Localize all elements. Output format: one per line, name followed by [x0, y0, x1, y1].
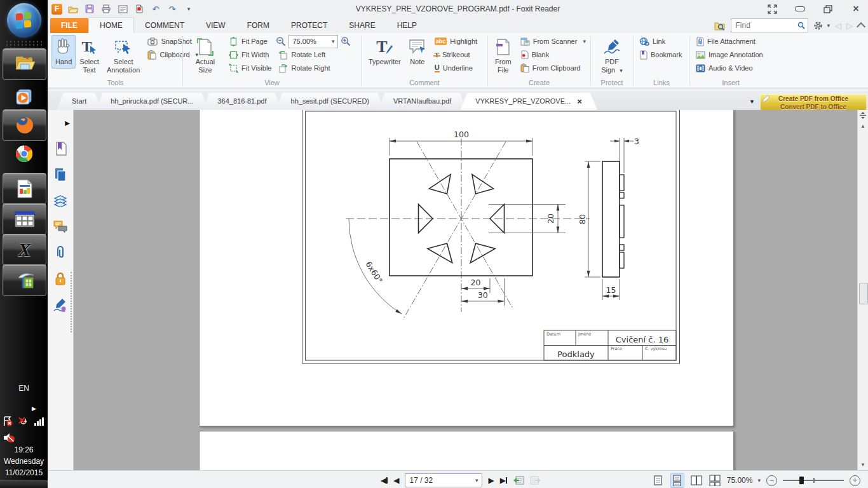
taskbar-x-app-button[interactable]: X: [3, 234, 46, 266]
hand-tool-button[interactable]: Hand: [51, 35, 76, 69]
start-button[interactable]: [7, 3, 41, 37]
continuous-facing-view-button[interactable]: [709, 473, 721, 487]
first-page-button[interactable]: ◀: [381, 476, 388, 485]
zoom-out-icon[interactable]: [276, 36, 286, 46]
tab-overflow-button[interactable]: ▼: [749, 98, 755, 105]
clock-day[interactable]: Wednesday: [0, 457, 48, 466]
hidden-icons-button[interactable]: ▶: [32, 405, 36, 412]
rotate-right-button[interactable]: Rotate Right: [276, 62, 351, 74]
taskbar-mediaplayer-button[interactable]: [3, 81, 45, 112]
doc-tab-364-816[interactable]: 364_816-81.pdf: [202, 93, 281, 110]
attachments-panel-button[interactable]: [53, 245, 68, 261]
previous-view-button[interactable]: [513, 475, 524, 485]
next-view-button[interactable]: [530, 475, 541, 485]
taskbar-firefox-button[interactable]: [3, 109, 46, 141]
actual-size-button[interactable]: Actual Size: [186, 35, 224, 76]
audio-video-button[interactable]: Audio & Video: [693, 62, 766, 74]
tab-form[interactable]: FORM: [236, 18, 280, 33]
status-zoom-combo[interactable]: 75.00% ▾: [727, 476, 761, 485]
split-view-handle[interactable]: [858, 111, 867, 119]
scroll-up-button[interactable]: ▲: [858, 121, 868, 131]
clock-time[interactable]: 19:26: [0, 445, 48, 454]
bookmark-button[interactable]: Bookmark: [637, 48, 685, 61]
show-desktop-button[interactable]: [0, 480, 48, 488]
next-page-button[interactable]: ▶: [488, 476, 494, 485]
taskbar-program-button[interactable]: [3, 173, 46, 205]
tab-comment[interactable]: COMMENT: [134, 18, 195, 33]
find-input[interactable]: [734, 20, 797, 30]
doc-tab-hh-prirucka[interactable]: hh_prirucka.pdf (SECUR...: [95, 93, 208, 110]
taskbar-chrome-button[interactable]: [3, 139, 45, 169]
fullscreen-button[interactable]: [765, 3, 779, 15]
tab-view[interactable]: VIEW: [195, 18, 236, 33]
email-button[interactable]: [117, 3, 128, 15]
page-number-combo[interactable]: 17 / 32 ▾: [405, 473, 482, 487]
expand-panel-button[interactable]: ▶: [51, 115, 70, 130]
blank-button[interactable]: Blank: [518, 48, 588, 61]
close-button[interactable]: ×: [849, 3, 863, 15]
taskbar-grid-app-button[interactable]: [3, 203, 46, 235]
customize-qat-button[interactable]: ▾: [183, 3, 194, 15]
note-button[interactable]: Note: [405, 35, 430, 69]
new-document-button[interactable]: [133, 3, 145, 15]
vertical-scrollbar[interactable]: ▲ ▼: [857, 110, 868, 470]
doc-tab-vykresy-active[interactable]: VYKRESY_PRE_VZOROVE... ×: [460, 93, 597, 110]
open-file-button[interactable]: [67, 3, 79, 15]
strikeout-button[interactable]: T Strikeout: [432, 48, 480, 61]
print-button[interactable]: [100, 3, 112, 15]
pdf-sign-button[interactable]: PDF Sign ▾: [594, 35, 630, 76]
tab-home[interactable]: HOME: [88, 17, 134, 33]
taskbar-explorer-button[interactable]: [3, 48, 46, 80]
image-annotation-button[interactable]: Image Annotation: [693, 48, 766, 61]
panel-resize-grip[interactable]: [71, 272, 72, 332]
power-status-icon[interactable]: [18, 416, 29, 426]
typewriter-button[interactable]: T Typewriter: [365, 35, 405, 69]
zoom-slider-thumb[interactable]: [799, 477, 804, 484]
language-indicator[interactable]: EN: [0, 384, 48, 393]
pages-panel-button[interactable]: [53, 167, 68, 182]
from-clipboard-button[interactable]: From Clipboard: [518, 62, 588, 74]
doc-tab-vrtani[interactable]: VRTANIaufbau.pdf: [378, 93, 466, 110]
bookmarks-panel-button[interactable]: [53, 141, 68, 156]
highlight-button[interactable]: abc Highlight: [432, 35, 480, 48]
signature-panel-button[interactable]: [53, 297, 68, 313]
redo-button[interactable]: ↷: [166, 3, 178, 15]
tab-file[interactable]: FILE: [50, 18, 88, 33]
taskbar-home-app-button[interactable]: [3, 264, 46, 296]
zoom-slider[interactable]: [783, 476, 844, 485]
foxit-logo-icon[interactable]: F: [51, 4, 62, 15]
tab-protect[interactable]: PROTECT: [280, 18, 338, 33]
restore-button[interactable]: [821, 3, 835, 15]
zoom-out-button[interactable]: −: [766, 475, 777, 486]
underline-button[interactable]: U Underline: [432, 62, 480, 74]
zoom-level-combo[interactable]: 75.00% ▾: [288, 35, 338, 48]
single-page-view-button[interactable]: [652, 473, 665, 487]
from-scanner-button[interactable]: From Scanner ▾: [518, 35, 588, 48]
select-text-button[interactable]: T Select Text: [76, 35, 103, 76]
select-annotation-button[interactable]: Select Annotation: [103, 35, 144, 76]
tab-share[interactable]: SHARE: [338, 18, 386, 33]
last-page-button[interactable]: ▶: [500, 476, 507, 485]
zoom-in-icon[interactable]: [341, 36, 351, 46]
find-previous-button[interactable]: ◁: [835, 21, 841, 30]
undo-button[interactable]: ↶: [150, 3, 161, 15]
facing-view-button[interactable]: [690, 473, 703, 487]
find-options-button[interactable]: ▾: [813, 21, 830, 30]
doc-tab-start[interactable]: Start: [57, 93, 102, 110]
comments-panel-button[interactable]: [53, 219, 68, 234]
action-center-icon[interactable]: [3, 416, 13, 426]
continuous-view-button[interactable]: [670, 473, 684, 488]
page-canvas[interactable]: 100 20 20 30 6x60° 3 80 15: [74, 110, 858, 470]
layers-panel-button[interactable]: [53, 193, 68, 208]
tab-help[interactable]: HELP: [386, 18, 428, 33]
security-panel-button[interactable]: [53, 271, 68, 287]
fit-visible-button[interactable]: Fit Visible: [226, 62, 274, 74]
previous-page-button[interactable]: ◀: [393, 476, 399, 485]
scrollbar-thumb[interactable]: [859, 283, 868, 304]
fit-page-button[interactable]: Fit Page: [226, 35, 274, 48]
clock-date[interactable]: 11/02/2015: [0, 468, 48, 477]
file-attachment-button[interactable]: File Attachment: [693, 35, 766, 48]
fit-width-button[interactable]: Fit Width: [226, 48, 274, 61]
search-folder-icon[interactable]: [714, 21, 726, 30]
volume-muted-icon[interactable]: [3, 432, 15, 444]
